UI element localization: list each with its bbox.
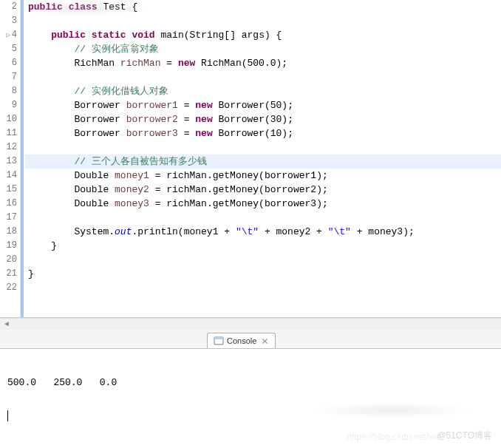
code-line[interactable] bbox=[25, 70, 501, 84]
line-number: 13 bbox=[0, 155, 17, 169]
code-line[interactable] bbox=[25, 281, 501, 295]
code-line[interactable] bbox=[25, 253, 501, 267]
code-line[interactable]: Borrower borrower3 = new Borrower(10); bbox=[25, 126, 501, 140]
line-number: 14 bbox=[0, 169, 17, 183]
line-number-gutter: 2 3 4 5 6 7 8 9 10 11 12 13 14 15 16 17 … bbox=[0, 0, 21, 317]
line-number: 16 bbox=[0, 197, 17, 211]
console-cursor bbox=[7, 410, 8, 421]
code-line[interactable]: } bbox=[25, 267, 501, 281]
console-icon bbox=[214, 336, 224, 346]
tab-label: Console bbox=[227, 336, 256, 345]
line-number: 3 bbox=[0, 14, 17, 28]
scroll-left-icon[interactable]: ◄ bbox=[4, 320, 9, 328]
line-number: 12 bbox=[0, 140, 17, 155]
line-number: 15 bbox=[0, 183, 17, 197]
line-number: 9 bbox=[0, 98, 17, 112]
line-number: 4 bbox=[0, 28, 17, 42]
line-number: 11 bbox=[0, 126, 17, 140]
bottom-panel: Console ⨯ 500.0 250.0 0.0 bbox=[0, 330, 501, 448]
code-line[interactable]: Double money3 = richMan.getMoney(borrowe… bbox=[25, 197, 501, 211]
line-number: 20 bbox=[0, 253, 17, 267]
code-line[interactable]: Borrower borrower2 = new Borrower(30); bbox=[25, 112, 501, 126]
line-number: 6 bbox=[0, 56, 17, 70]
code-line-highlighted[interactable]: // 三个人各自被告知有多少钱 bbox=[25, 155, 501, 169]
line-number: 10 bbox=[0, 112, 17, 126]
close-icon[interactable]: ⨯ bbox=[261, 336, 269, 346]
code-line[interactable]: public static void main(String[] args) { bbox=[25, 28, 501, 42]
line-number: 7 bbox=[0, 70, 17, 84]
line-number: 2 bbox=[0, 0, 17, 14]
line-number: 22 bbox=[0, 281, 17, 295]
code-text-area[interactable]: public class Test { public static void m… bbox=[24, 0, 501, 317]
line-number: 18 bbox=[0, 225, 17, 239]
tab-console[interactable]: Console ⨯ bbox=[207, 333, 276, 348]
code-line[interactable]: Double money2 = richMan.getMoney(borrowe… bbox=[25, 183, 501, 197]
line-number: 19 bbox=[0, 239, 17, 253]
line-number: 8 bbox=[0, 84, 17, 98]
code-line[interactable]: // 实例化富翁对象 bbox=[25, 42, 501, 56]
view-tab-bar: Console ⨯ bbox=[0, 330, 501, 349]
code-line[interactable] bbox=[25, 211, 501, 225]
console-line: 500.0 250.0 0.0 bbox=[7, 377, 494, 388]
code-editor[interactable]: 2 3 4 5 6 7 8 9 10 11 12 13 14 15 16 17 … bbox=[0, 0, 501, 318]
code-line[interactable] bbox=[25, 140, 501, 155]
svg-rect-1 bbox=[214, 337, 223, 339]
console-output[interactable]: 500.0 250.0 0.0 bbox=[0, 349, 501, 448]
code-line[interactable]: Double money1 = richMan.getMoney(borrowe… bbox=[25, 169, 501, 183]
line-number: 17 bbox=[0, 211, 17, 225]
horizontal-scrollbar[interactable]: ◄ bbox=[0, 318, 501, 330]
line-number: 5 bbox=[0, 42, 17, 56]
code-line[interactable]: public class Test { bbox=[25, 0, 501, 14]
line-number: 21 bbox=[0, 267, 17, 281]
code-line[interactable]: RichMan richMan = new RichMan(500.0); bbox=[25, 56, 501, 70]
code-line[interactable]: // 实例化借钱人对象 bbox=[25, 84, 501, 98]
code-line[interactable]: } bbox=[25, 239, 501, 253]
code-line[interactable] bbox=[25, 14, 501, 28]
code-line[interactable]: System.out.println(money1 + "\t" + money… bbox=[25, 225, 501, 239]
code-line[interactable]: Borrower borrower1 = new Borrower(50); bbox=[25, 98, 501, 112]
